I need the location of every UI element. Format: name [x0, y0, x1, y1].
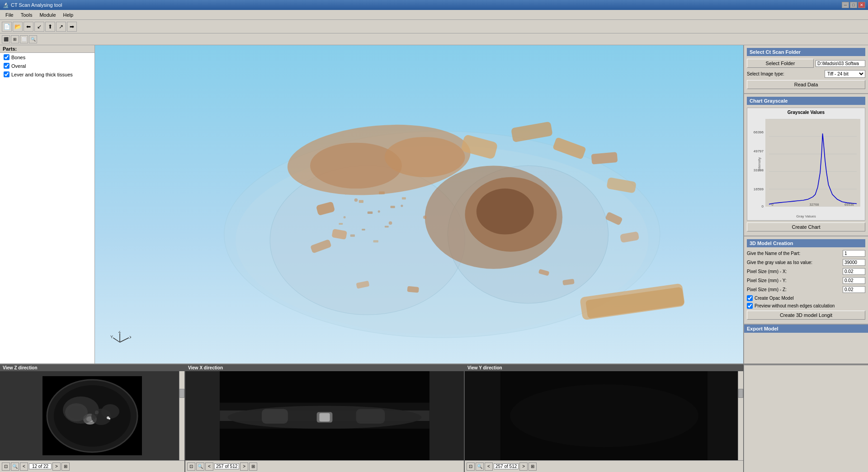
view-btn1[interactable]: ⬛	[2, 35, 10, 43]
create-chart-button[interactable]: Create Chart	[747, 222, 865, 231]
toolbar-main: 📄 📂 ⬅ ↙ ⬆ ↗ ➡	[0, 20, 868, 33]
image-type-row: Select Image type: Tiff - 24 bit Dicom B…	[747, 70, 865, 78]
maximize-button[interactable]: □	[850, 2, 857, 8]
x-view-panel: View X direction	[185, 364, 465, 472]
svg-text:Y: Y	[110, 335, 113, 339]
model-section: 3D Model Creation Give the Name of the P…	[744, 236, 868, 325]
chart-title: Grayscale Values	[747, 108, 865, 115]
z-view-scrollbar[interactable]	[179, 371, 184, 460]
svg-point-14	[476, 189, 534, 234]
sidebar-header: Parts:	[0, 45, 94, 53]
z-extra-btn[interactable]: ⊞	[61, 463, 70, 471]
svg-rect-31	[339, 223, 343, 225]
svg-rect-73	[220, 371, 429, 403]
bones-label: Bones	[11, 55, 25, 60]
pixel-x-input[interactable]	[843, 268, 865, 275]
y-extra-btn[interactable]: ⊞	[528, 463, 537, 471]
new-button[interactable]: 📄	[2, 22, 12, 32]
sidebar-item-overal[interactable]: Overal	[0, 61, 94, 70]
tool4-button[interactable]: ↗	[56, 22, 66, 32]
preview-row: Preview without mesh edges calculation	[747, 303, 865, 309]
z-next-btn[interactable]: >	[52, 463, 61, 471]
ct-scan-svg	[42, 376, 142, 455]
pixel-z-input[interactable]	[843, 286, 865, 293]
y-view-footer: ⊡ 🔍 < 257 of 512 > ⊞	[465, 460, 743, 472]
pixel-y-label: Pixel Size (mm) - Y:	[747, 278, 841, 283]
menu-tools[interactable]: Tools	[17, 11, 36, 19]
y-fit-btn[interactable]: ⊡	[467, 463, 475, 471]
bones-checkbox[interactable]	[4, 54, 9, 60]
toolbar-view: ⬛ ⊞ ⬜ 🔍	[0, 33, 868, 45]
menu-module[interactable]: Module	[36, 11, 59, 19]
image-type-select[interactable]: Tiff - 24 bit Dicom BMP - 8 bit PNG	[825, 70, 865, 78]
pixel-y-row: Pixel Size (mm) - Y:	[747, 277, 865, 284]
minimize-button[interactable]: ─	[842, 2, 849, 8]
zoom-btn[interactable]: 🔍	[29, 35, 37, 43]
x-next-btn[interactable]: >	[240, 463, 248, 471]
menu-help[interactable]: Help	[60, 11, 77, 19]
window-controls: ─ □ ✕	[842, 2, 865, 8]
x-zoom-btn[interactable]: 🔍	[196, 463, 204, 471]
svg-rect-32	[350, 235, 355, 237]
read-data-button[interactable]: Read Data	[747, 80, 865, 89]
menu-file[interactable]: File	[2, 11, 17, 19]
y-prev-btn[interactable]: <	[485, 463, 493, 471]
sidebar-item-bones[interactable]: Bones	[0, 53, 94, 61]
pixel-z-label: Pixel Size (mm) - Z:	[747, 287, 841, 292]
tool1-button[interactable]: ⬅	[24, 22, 33, 32]
create-model-button[interactable]: Create 3D model Longit	[747, 311, 865, 320]
3d-viewport[interactable]: X Y Z	[95, 45, 744, 363]
z-fit-btn[interactable]: ⊡	[2, 463, 10, 471]
right-panel: Select Ct Scan Folder Select Folder Sele…	[744, 45, 868, 363]
iso-value-input[interactable]	[843, 259, 865, 266]
svg-point-22	[389, 221, 392, 225]
svg-rect-8	[511, 122, 553, 143]
main-layout: Parts: Bones Overal Lever and long thick…	[0, 45, 868, 472]
x-prev-btn[interactable]: <	[205, 463, 213, 471]
export-section: Export Model	[744, 325, 868, 335]
svg-point-70	[108, 418, 110, 420]
y-scrollbar-thumb[interactable]	[738, 389, 743, 398]
view-btn3[interactable]: ⬜	[20, 35, 28, 43]
overal-checkbox[interactable]	[4, 63, 9, 69]
svg-rect-27	[379, 191, 385, 194]
tool3-button[interactable]: ⬆	[45, 22, 55, 32]
ct-scan-section: Select Ct Scan Folder Select Folder Sele…	[744, 45, 868, 94]
create-opac-label: Create Opac Model	[755, 296, 794, 301]
svg-rect-81	[220, 429, 429, 460]
preview-checkbox[interactable]	[747, 303, 753, 309]
svg-point-24	[423, 216, 427, 219]
tool2-button[interactable]: ↙	[34, 22, 44, 32]
z-view-content	[0, 371, 184, 460]
y-zoom-btn[interactable]: 🔍	[476, 463, 484, 471]
chart-header: Chart Grayscale	[747, 97, 865, 105]
lever-checkbox[interactable]	[4, 71, 9, 77]
view-btn2[interactable]: ⊞	[11, 35, 19, 43]
pixel-y-input[interactable]	[843, 277, 865, 284]
y-scrollbar[interactable]	[738, 371, 743, 460]
svg-rect-26	[359, 200, 363, 203]
y-view-header: View Y direction	[465, 364, 743, 371]
tool5-button[interactable]: ➡	[67, 22, 77, 32]
z-zoom-btn[interactable]: 🔍	[11, 463, 19, 471]
create-opac-checkbox[interactable]	[747, 295, 753, 301]
svg-line-43	[113, 338, 120, 342]
part-name-input[interactable]	[843, 250, 865, 257]
folder-path-input[interactable]	[816, 60, 865, 67]
svg-rect-30	[391, 206, 395, 208]
y-next-btn[interactable]: >	[519, 463, 528, 471]
svg-point-6	[385, 137, 465, 177]
svg-rect-35	[385, 226, 389, 228]
scrollbar-thumb[interactable]	[179, 389, 184, 398]
z-prev-btn[interactable]: <	[20, 463, 28, 471]
select-folder-button[interactable]: Select Folder	[747, 59, 814, 68]
x-fit-btn[interactable]: ⊡	[187, 463, 195, 471]
y-view-content	[465, 371, 743, 460]
x-extra-btn[interactable]: ⊞	[249, 463, 257, 471]
close-button[interactable]: ✕	[858, 2, 865, 8]
sidebar-item-lever[interactable]: Lever and long thick tissues	[0, 70, 94, 79]
pixel-x-label: Pixel Size (mm) - X:	[747, 269, 841, 274]
right-panel-bottom	[744, 364, 868, 472]
open-button[interactable]: 📂	[13, 22, 23, 32]
iso-value-row: Give the gray value as Iso value:	[747, 259, 865, 266]
